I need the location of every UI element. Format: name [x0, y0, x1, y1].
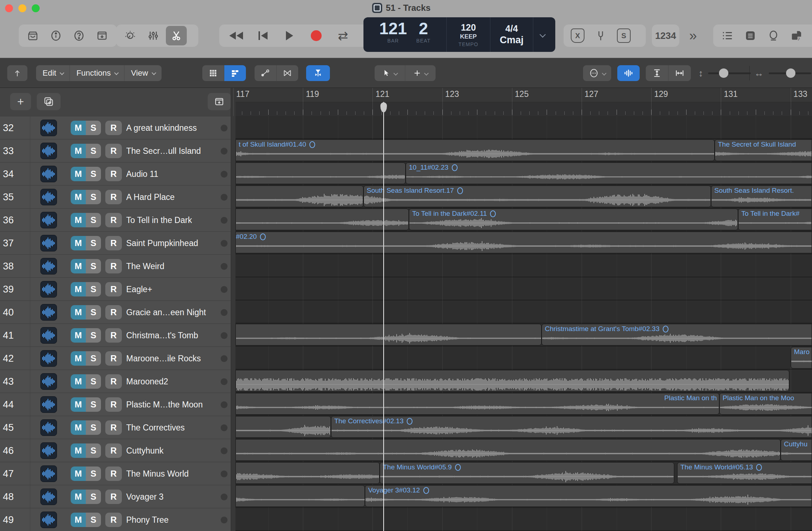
vertical-auto-zoom-button[interactable] [646, 65, 668, 81]
audio-region[interactable]: Plastic Man on the Moo [719, 393, 812, 415]
audio-region[interactable] [235, 462, 380, 484]
solo-button[interactable]: S [86, 397, 101, 412]
lcd-options-chevron[interactable] [533, 17, 552, 52]
track-header-row[interactable]: 32MSRA great unkindness [0, 116, 231, 139]
arrange-track-lane[interactable] [235, 300, 812, 323]
waveform-zoom-button[interactable] [617, 65, 640, 81]
mute-button[interactable]: M [71, 351, 86, 366]
audio-region[interactable] [235, 162, 406, 184]
solo-button[interactable]: S [86, 236, 101, 250]
track-header-row[interactable]: 37MSRSaint Pumpkinhead [0, 231, 231, 255]
mute-button[interactable]: M [71, 490, 86, 504]
audio-region[interactable]: The Minus World#05.9 [380, 462, 674, 484]
audio-region[interactable] [235, 370, 789, 392]
autopunch-icon[interactable]: X [567, 26, 588, 45]
duplicate-track-button[interactable] [37, 93, 61, 110]
solo-button[interactable]: S [86, 351, 101, 366]
quick-help-icon[interactable] [69, 26, 89, 45]
vertical-zoom-slider[interactable] [708, 72, 751, 74]
mixer-icon[interactable] [143, 26, 164, 45]
go-to-beginning-button[interactable] [250, 26, 276, 45]
flex-icon[interactable] [277, 65, 298, 81]
mute-button[interactable]: M [71, 328, 86, 343]
inspector-icon[interactable] [45, 26, 66, 45]
solo-button[interactable]: S [86, 213, 101, 227]
mute-button[interactable]: M [71, 167, 86, 181]
record-enable-button[interactable]: R [105, 282, 122, 296]
arrange-track-lane[interactable] [235, 508, 812, 531]
audio-region[interactable] [235, 439, 781, 461]
solo-button[interactable]: S [86, 513, 101, 527]
track-header-row[interactable]: 48MSRVoyager 3 [0, 485, 231, 508]
lcd-position[interactable]: 121 BAR 2 BEAT [363, 17, 446, 52]
list-editors-icon[interactable] [717, 26, 738, 45]
mute-button[interactable]: M [71, 144, 86, 158]
record-enable-button[interactable]: R [105, 420, 122, 435]
arrange-track-lane[interactable] [235, 116, 812, 139]
track-header-row[interactable]: 40MSRGracie an…een Night [0, 300, 231, 324]
solo-button[interactable]: S [86, 282, 101, 296]
toolbar-toggle-icon[interactable] [92, 26, 112, 45]
cycle-button[interactable]: ⇄ [330, 26, 356, 45]
mute-button[interactable]: M [71, 282, 86, 296]
view-menu[interactable]: View [124, 65, 161, 81]
solo-button[interactable]: S [86, 121, 101, 135]
library-icon[interactable] [22, 26, 43, 45]
tracks-view-button[interactable] [224, 65, 246, 81]
mute-button[interactable]: M [71, 420, 86, 435]
loop-browser-icon[interactable] [763, 26, 784, 45]
track-header-row[interactable]: 33MSRThe Secr…ull Island [0, 139, 231, 162]
solo-button[interactable]: S [86, 167, 101, 181]
record-enable-button[interactable]: R [105, 397, 122, 412]
track-header-row[interactable]: 43MSRMarooned2 [0, 370, 231, 393]
media-browser-icon[interactable]: ♪ [786, 26, 807, 45]
snap-menu-button[interactable] [583, 65, 611, 81]
mute-button[interactable]: M [71, 443, 86, 458]
mute-button[interactable]: M [71, 467, 86, 481]
record-enable-button[interactable]: R [105, 213, 122, 227]
track-header-row[interactable]: 45MSRThe Correctives [0, 416, 231, 439]
audio-region[interactable]: Christmastime at Grant's Tomb#02.33 [542, 324, 812, 345]
grid-view-button[interactable] [202, 65, 224, 81]
solo-button[interactable]: S [86, 190, 101, 204]
note-pads-icon[interactable] [740, 26, 761, 45]
mute-button[interactable]: M [71, 190, 86, 204]
track-header-row[interactable]: 36MSRTo Tell in the Dark [0, 208, 231, 232]
mute-button[interactable]: M [71, 513, 86, 527]
record-enable-button[interactable]: R [105, 190, 122, 204]
audio-region[interactable]: #02.20 [235, 232, 812, 253]
record-enable-button[interactable]: R [105, 259, 122, 273]
solo-button[interactable]: S [86, 420, 101, 435]
track-header-row[interactable]: 38MSRThe Weird [0, 254, 231, 278]
mute-button[interactable]: M [71, 374, 86, 389]
bar-ruler[interactable]: 117119121123125127129131133 [235, 88, 812, 117]
toolbar-overflow-chevrons[interactable]: » [682, 24, 704, 47]
catch-playhead-button[interactable] [306, 65, 330, 81]
mute-button[interactable]: M [71, 305, 86, 320]
horizontal-zoom-slider[interactable] [769, 72, 811, 74]
rewind-button[interactable] [223, 26, 250, 45]
mute-button[interactable]: M [71, 397, 86, 412]
left-click-tool-menu[interactable] [375, 65, 405, 81]
command-click-tool-menu[interactable] [405, 65, 436, 81]
hide-tracks-button[interactable] [208, 93, 231, 110]
editors-scissors-icon[interactable] [166, 26, 187, 45]
solo-mode-icon[interactable]: S [613, 26, 634, 45]
track-header-row[interactable]: 42MSRMaroone…ile Rocks [0, 347, 231, 370]
close-window-button[interactable] [5, 4, 13, 12]
track-header-row[interactable]: 41MSRChristma…t's Tomb [0, 323, 231, 347]
record-enable-button[interactable]: R [105, 305, 122, 320]
audio-region[interactable]: To Tell in the Dark# [738, 209, 812, 230]
solo-button[interactable]: S [86, 259, 101, 273]
audio-region[interactable]: The Secret of Skull Island [715, 139, 812, 161]
audio-region[interactable]: 10_11#02.23 [406, 162, 812, 184]
audio-region[interactable] [235, 324, 542, 345]
solo-button[interactable]: S [86, 467, 101, 481]
track-header-row[interactable]: 44MSRPlastic M…the Moon [0, 393, 231, 416]
lcd-tempo[interactable]: 120 KEEP TEMPO [446, 17, 490, 52]
tuner-icon[interactable] [590, 26, 611, 45]
mute-button[interactable]: M [71, 236, 86, 250]
solo-button[interactable]: S [86, 305, 101, 320]
add-track-button[interactable]: + [10, 93, 31, 110]
audio-region[interactable]: To Tell in the Dark#02.11 [409, 209, 738, 230]
